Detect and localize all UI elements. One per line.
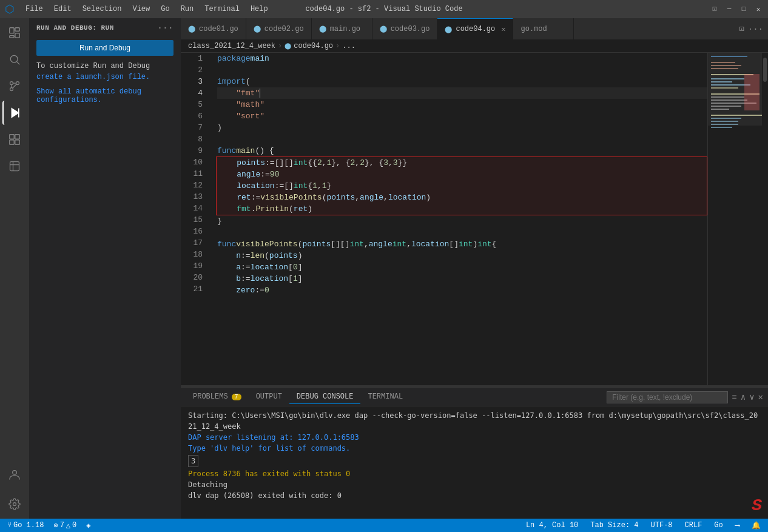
problems-badge: 7	[232, 394, 241, 400]
line-num-15: 15	[181, 214, 207, 226]
menu-terminal[interactable]: Terminal	[200, 4, 244, 15]
line-num-20: 20	[181, 272, 207, 283]
warning-icon: △	[66, 521, 70, 530]
breadcrumb-sep2: ›	[335, 42, 340, 50]
terminal-line-3: Type 'dlv help' for list of commands.	[188, 443, 761, 454]
code-line-9: func main() {	[217, 145, 707, 157]
debug-console-label: DEBUG CONSOLE	[297, 392, 354, 401]
code-line-5: "math"	[217, 99, 707, 110]
terminal-line-result: 3	[188, 454, 761, 468]
close-button[interactable]: ✕	[753, 4, 763, 14]
indent-icon: ⟶	[735, 521, 739, 530]
show-debug-link[interactable]: Show all automatic debug configurations.	[36, 87, 173, 104]
code-line-10: points := [][]int{{2, 1}, {2, 2}, {3, 3}…	[218, 157, 707, 169]
terminal-panel: PROBLEMS 7 OUTPUT DEBUG CONSOLE TERMINAL…	[181, 385, 768, 519]
warning-count: 0	[72, 521, 76, 530]
menu-run[interactable]: Run	[176, 4, 199, 15]
tab-label-3: code03.go	[391, 25, 430, 33]
language-text: Go	[714, 521, 723, 530]
line-num-5: 5	[181, 99, 207, 110]
breadcrumb-filename[interactable]: code04.go	[294, 42, 333, 50]
minimize-button[interactable]: ─	[724, 4, 734, 14]
tab-code03[interactable]: ⬤ code03.go	[372, 18, 438, 39]
maximize-button[interactable]: □	[739, 4, 749, 14]
scroll-thumb[interactable]	[763, 58, 767, 82]
terminal-tab-output[interactable]: OUTPUT	[249, 390, 289, 404]
status-git[interactable]: ⑂ Go 1.18	[5, 521, 46, 530]
run-and-debug-button[interactable]: Run and Debug	[36, 40, 173, 56]
code-line-1: package main	[217, 53, 707, 64]
terminal-tab-terminal[interactable]: TERMINAL	[360, 390, 410, 404]
activity-run-debug[interactable]	[2, 101, 27, 125]
svg-rect-12	[15, 135, 20, 140]
activity-explorer[interactable]	[2, 21, 27, 45]
customize-text: To customize Run and Debug create a laun…	[36, 61, 173, 82]
tab-code01[interactable]: ⬤ code01.go	[181, 18, 246, 39]
split-editor-icon[interactable]: ⊡	[739, 24, 744, 34]
minimap	[707, 53, 762, 385]
status-errors[interactable]: ⊗ 7 △ 0	[51, 521, 79, 530]
svg-point-16	[13, 503, 16, 506]
menu-file[interactable]: File	[21, 4, 48, 15]
line-num-21: 21	[181, 283, 207, 295]
encoding-text: UTF-8	[651, 521, 673, 530]
status-encoding[interactable]: UTF-8	[648, 521, 675, 530]
vertical-scrollbar[interactable]	[762, 53, 768, 385]
tabs-bar: ⬤ code01.go ⬤ code02.go ⬤ main.go ⬤ code…	[181, 18, 768, 39]
menu-selection[interactable]: Selection	[78, 4, 127, 15]
terminal-filter-input[interactable]	[607, 391, 728, 403]
code-line-20: b := location[1]	[217, 273, 707, 285]
terminal-tab-problems[interactable]: PROBLEMS 7	[186, 390, 249, 404]
line-num-8: 8	[181, 133, 207, 145]
activity-test[interactable]	[2, 154, 27, 178]
status-indent[interactable]: ⟶	[733, 521, 742, 530]
sidebar-info: To customize Run and Debug create a laun…	[29, 61, 181, 104]
menu-edit[interactable]: Edit	[49, 4, 76, 15]
error-icon: ⊗	[53, 521, 58, 530]
window-title: code04.go - sf2 - Visual Studio Code	[305, 5, 462, 13]
terminal-scroll-up-icon[interactable]: ∧	[741, 392, 746, 402]
status-sync[interactable]: ◈	[84, 521, 93, 530]
tab-code04[interactable]: ⬤ code04.go ✕	[437, 18, 513, 39]
editor-area: ⬤ code01.go ⬤ code02.go ⬤ main.go ⬤ code…	[181, 18, 768, 519]
menu-go[interactable]: Go	[156, 4, 174, 15]
code-content[interactable]: package main import ( "fmt" "math" "sort…	[212, 53, 707, 385]
grisu-logo: S	[752, 496, 762, 515]
layout-icon[interactable]: ⊡	[712, 4, 717, 14]
tab-close-code04[interactable]: ✕	[501, 25, 505, 34]
line-num-9: 9	[181, 145, 207, 157]
activity-account[interactable]	[2, 463, 27, 487]
more-tabs-icon[interactable]: ···	[748, 24, 763, 34]
terminal-scroll-down-icon[interactable]: ∨	[749, 392, 754, 402]
status-cursor-position[interactable]: Ln 4, Col 10	[524, 521, 581, 530]
status-line-ending[interactable]: CRLF	[682, 521, 705, 530]
terminal-close-icon[interactable]: ✕	[758, 392, 763, 402]
create-launch-json-link[interactable]: create a launch.json file.	[36, 73, 150, 81]
activity-settings[interactable]	[2, 492, 27, 516]
terminal-tab-debug-console[interactable]: DEBUG CONSOLE	[289, 390, 361, 404]
sidebar-more-actions[interactable]: ···	[157, 23, 173, 33]
code-line-11: angle := 90	[218, 169, 707, 180]
status-language[interactable]: Go	[712, 521, 725, 530]
activity-extensions[interactable]	[2, 127, 27, 152]
menu-help[interactable]: Help	[246, 4, 273, 15]
breadcrumb-more[interactable]: ...	[342, 42, 355, 50]
menu-view[interactable]: View	[127, 4, 155, 15]
terminal-line-2: DAP server listening at: 127.0.0.1:6583	[188, 432, 761, 443]
svg-rect-1	[15, 28, 19, 32]
minimap-viewport	[708, 53, 762, 126]
status-notifications[interactable]: 🔔	[749, 521, 763, 530]
status-tab-size[interactable]: Tab Size: 4	[588, 521, 641, 530]
tab-go-mod[interactable]: go.mod	[513, 18, 574, 39]
breadcrumb-folder[interactable]: class_2021_12_4_week	[188, 42, 275, 50]
tab-label-4: code04.go	[456, 25, 495, 33]
tab-code02[interactable]: ⬤ code02.go	[246, 18, 312, 39]
cursor-pos-text: Ln 4, Col 10	[526, 521, 578, 530]
code-editor[interactable]: 1 2 3 4 5 6 7 8 9 10 11 12 13 14 15 16 1…	[181, 53, 768, 385]
activity-search[interactable]	[2, 47, 27, 72]
activity-source-control[interactable]	[2, 74, 27, 98]
line-num-4: 4	[181, 87, 207, 99]
tab-main[interactable]: ⬤ main.go	[312, 18, 372, 39]
terminal-filter-options-icon[interactable]: ≡	[732, 392, 736, 402]
breadcrumb-sep1: ›	[278, 42, 282, 50]
